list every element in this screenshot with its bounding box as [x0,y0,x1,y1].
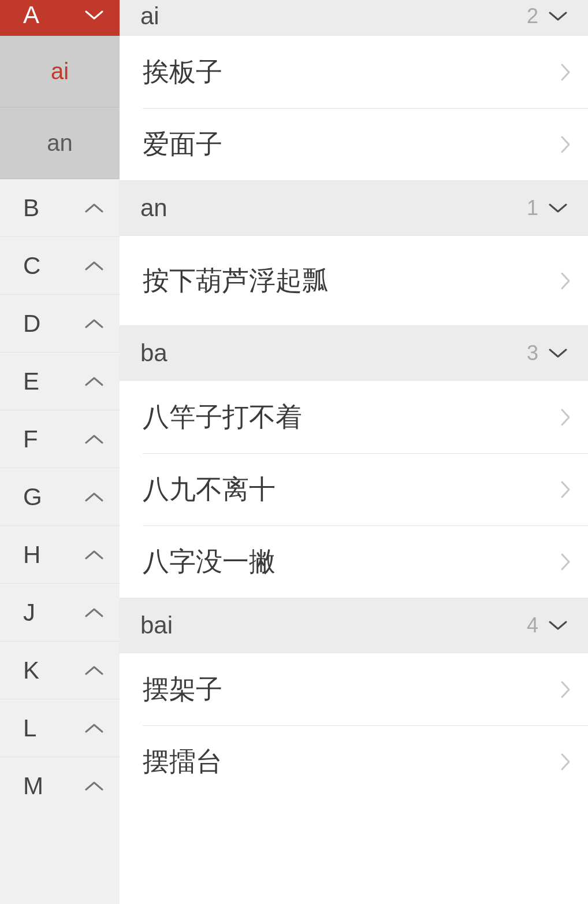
entry-row[interactable]: 八九不离十 [120,453,588,525]
chevron-right-icon [560,680,571,699]
sidebar-letter-e[interactable]: E [0,353,120,410]
sidebar-letter-label: C [23,252,40,280]
chevron-down-icon [85,9,103,21]
group-header-bai[interactable]: bai 4 [120,598,588,653]
entry-row[interactable]: 爱面子 [120,108,588,180]
sidebar-sub-label: an [47,130,73,156]
chevron-down-icon [549,202,567,214]
sidebar-letter-label: E [23,368,39,395]
entry-text: 爱面子 [143,127,222,162]
group-pinyin: ai [140,2,159,30]
chevron-up-icon [85,376,103,387]
entry-row[interactable]: 摆擂台 [120,725,588,798]
group-header-ba[interactable]: ba 3 [120,325,588,381]
group-pinyin: an [140,194,168,222]
group-count: 4 [527,613,538,638]
group-count: 3 [527,341,538,365]
app-root: A ai an B C D [0,0,588,904]
chevron-up-icon [85,318,103,329]
group-header-ai[interactable]: ai 2 [120,0,588,36]
chevron-up-icon [85,780,103,792]
chevron-right-icon [560,753,571,771]
group-header-an[interactable]: an 1 [120,180,588,236]
sidebar-letter-d[interactable]: D [0,295,120,353]
sidebar-sub-label: ai [51,58,69,84]
chevron-right-icon [560,63,571,81]
sidebar-letter-label: B [23,194,39,222]
chevron-right-icon [560,135,571,154]
sidebar-letter-label: D [23,310,40,338]
sidebar-letter-j[interactable]: J [0,584,120,642]
chevron-up-icon [85,434,103,445]
chevron-down-icon [549,620,567,631]
entry-row[interactable]: 八字没一撇 [120,525,588,598]
sidebar-letter-g[interactable]: G [0,468,120,526]
sidebar-letter-label: A [23,1,39,29]
sidebar-letter-label: G [23,483,42,511]
group-count: 2 [527,4,538,28]
sidebar-letter-label: F [23,425,38,453]
sidebar-letter-label: K [23,657,39,684]
entry-text: 八九不离十 [143,472,276,507]
entry-text: 八竿子打不着 [143,399,302,435]
entry-text: 摆擂台 [143,744,222,780]
chevron-up-icon [85,491,103,503]
chevron-right-icon [560,408,571,427]
group-pinyin: bai [140,612,173,639]
sidebar-letter-c[interactable]: C [0,237,120,295]
entry-row[interactable]: 挨板子 [120,36,588,108]
sidebar-letter-f[interactable]: F [0,410,120,468]
entry-row[interactable]: 八竿子打不着 [120,381,588,453]
sidebar-letter-l[interactable]: L [0,699,120,757]
sidebar-sub-ai[interactable]: ai [0,36,120,108]
entry-text: 挨板子 [143,54,222,90]
sidebar-current-letter[interactable]: A [0,0,120,36]
entry-row[interactable]: 摆架子 [120,653,588,725]
chevron-right-icon [560,553,571,571]
chevron-down-icon [549,10,567,22]
sidebar-sub-an[interactable]: an [0,108,120,179]
chevron-right-icon [560,480,571,499]
entry-text: 摆架子 [143,672,222,707]
chevron-up-icon [85,723,103,734]
sidebar-letter-k[interactable]: K [0,642,120,699]
sidebar-letter-label: M [23,772,43,800]
chevron-down-icon [549,347,567,359]
sidebar-letter-label: L [23,714,36,742]
entry-row[interactable]: 按下葫芦浮起瓢 [120,236,588,325]
group-count: 1 [527,196,538,220]
chevron-up-icon [85,607,103,618]
chevron-up-icon [85,665,103,676]
sidebar-letter-label: J [23,599,35,627]
main-content: ai 2 挨板子 爱面子 an 1 按下葫芦浮起瓢 [120,0,588,904]
chevron-up-icon [85,202,103,214]
sidebar: A ai an B C D [0,0,120,904]
sidebar-letter-m[interactable]: M [0,757,120,815]
sidebar-letter-label: H [23,541,40,569]
entry-text: 八字没一撇 [143,544,276,580]
entry-text: 按下葫芦浮起瓢 [143,263,329,299]
group-pinyin: ba [140,339,168,367]
chevron-up-icon [85,549,103,561]
sidebar-letter-h[interactable]: H [0,526,120,584]
sidebar-letter-b[interactable]: B [0,179,120,237]
chevron-up-icon [85,260,103,272]
chevron-right-icon [560,272,571,290]
